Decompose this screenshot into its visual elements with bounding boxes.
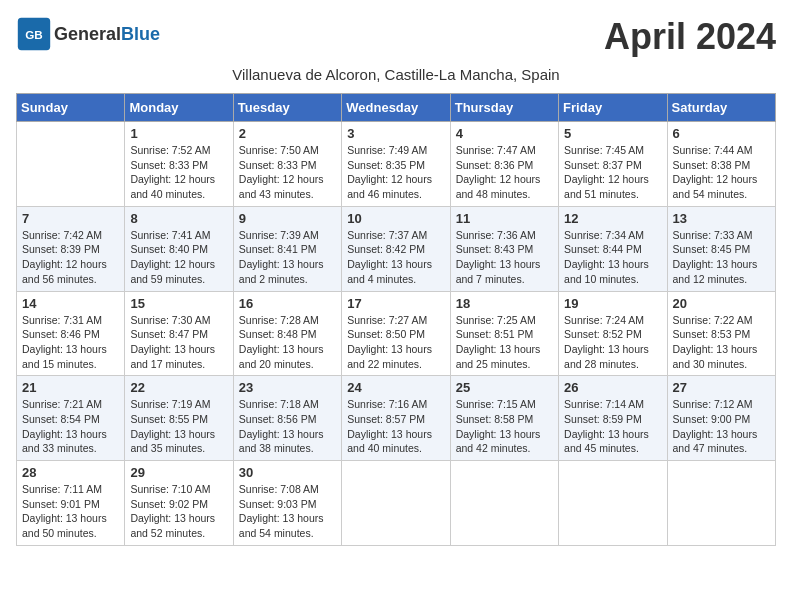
day-info: Sunrise: 7:16 AMSunset: 8:57 PMDaylight:…: [347, 397, 444, 456]
weekday-header-tuesday: Tuesday: [233, 94, 341, 122]
calendar-cell: 21Sunrise: 7:21 AMSunset: 8:54 PMDayligh…: [17, 376, 125, 461]
day-number: 11: [456, 211, 553, 226]
day-info: Sunrise: 7:44 AMSunset: 8:38 PMDaylight:…: [673, 143, 770, 202]
weekday-header-monday: Monday: [125, 94, 233, 122]
calendar-cell: 27Sunrise: 7:12 AMSunset: 9:00 PMDayligh…: [667, 376, 775, 461]
day-info: Sunrise: 7:30 AMSunset: 8:47 PMDaylight:…: [130, 313, 227, 372]
calendar-cell: 15Sunrise: 7:30 AMSunset: 8:47 PMDayligh…: [125, 291, 233, 376]
calendar-cell: 1Sunrise: 7:52 AMSunset: 8:33 PMDaylight…: [125, 122, 233, 207]
day-info: Sunrise: 7:08 AMSunset: 9:03 PMDaylight:…: [239, 482, 336, 541]
calendar-cell: 3Sunrise: 7:49 AMSunset: 8:35 PMDaylight…: [342, 122, 450, 207]
day-number: 15: [130, 296, 227, 311]
logo: GB General Blue: [16, 16, 160, 52]
day-number: 1: [130, 126, 227, 141]
day-info: Sunrise: 7:42 AMSunset: 8:39 PMDaylight:…: [22, 228, 119, 287]
day-info: Sunrise: 7:10 AMSunset: 9:02 PMDaylight:…: [130, 482, 227, 541]
day-info: Sunrise: 7:21 AMSunset: 8:54 PMDaylight:…: [22, 397, 119, 456]
day-number: 6: [673, 126, 770, 141]
calendar-cell: 12Sunrise: 7:34 AMSunset: 8:44 PMDayligh…: [559, 206, 667, 291]
day-number: 12: [564, 211, 661, 226]
calendar-cell: 5Sunrise: 7:45 AMSunset: 8:37 PMDaylight…: [559, 122, 667, 207]
day-number: 9: [239, 211, 336, 226]
day-info: Sunrise: 7:15 AMSunset: 8:58 PMDaylight:…: [456, 397, 553, 456]
calendar-cell: 13Sunrise: 7:33 AMSunset: 8:45 PMDayligh…: [667, 206, 775, 291]
calendar-cell: [17, 122, 125, 207]
day-number: 3: [347, 126, 444, 141]
day-info: Sunrise: 7:36 AMSunset: 8:43 PMDaylight:…: [456, 228, 553, 287]
calendar-cell: 16Sunrise: 7:28 AMSunset: 8:48 PMDayligh…: [233, 291, 341, 376]
day-info: Sunrise: 7:47 AMSunset: 8:36 PMDaylight:…: [456, 143, 553, 202]
day-info: Sunrise: 7:52 AMSunset: 8:33 PMDaylight:…: [130, 143, 227, 202]
day-number: 22: [130, 380, 227, 395]
day-info: Sunrise: 7:12 AMSunset: 9:00 PMDaylight:…: [673, 397, 770, 456]
calendar-cell: 7Sunrise: 7:42 AMSunset: 8:39 PMDaylight…: [17, 206, 125, 291]
calendar-cell: 30Sunrise: 7:08 AMSunset: 9:03 PMDayligh…: [233, 461, 341, 546]
day-number: 7: [22, 211, 119, 226]
calendar-cell: 20Sunrise: 7:22 AMSunset: 8:53 PMDayligh…: [667, 291, 775, 376]
day-number: 30: [239, 465, 336, 480]
day-info: Sunrise: 7:24 AMSunset: 8:52 PMDaylight:…: [564, 313, 661, 372]
day-info: Sunrise: 7:19 AMSunset: 8:55 PMDaylight:…: [130, 397, 227, 456]
day-number: 20: [673, 296, 770, 311]
logo-icon: GB: [16, 16, 52, 52]
calendar-cell: 11Sunrise: 7:36 AMSunset: 8:43 PMDayligh…: [450, 206, 558, 291]
calendar-cell: 18Sunrise: 7:25 AMSunset: 8:51 PMDayligh…: [450, 291, 558, 376]
day-info: Sunrise: 7:22 AMSunset: 8:53 PMDaylight:…: [673, 313, 770, 372]
day-info: Sunrise: 7:18 AMSunset: 8:56 PMDaylight:…: [239, 397, 336, 456]
day-number: 28: [22, 465, 119, 480]
logo-blue-text: Blue: [121, 24, 160, 45]
day-number: 18: [456, 296, 553, 311]
calendar-cell: 19Sunrise: 7:24 AMSunset: 8:52 PMDayligh…: [559, 291, 667, 376]
calendar-cell: 10Sunrise: 7:37 AMSunset: 8:42 PMDayligh…: [342, 206, 450, 291]
day-number: 23: [239, 380, 336, 395]
day-info: Sunrise: 7:37 AMSunset: 8:42 PMDaylight:…: [347, 228, 444, 287]
calendar-cell: 23Sunrise: 7:18 AMSunset: 8:56 PMDayligh…: [233, 376, 341, 461]
day-info: Sunrise: 7:45 AMSunset: 8:37 PMDaylight:…: [564, 143, 661, 202]
calendar-cell: 26Sunrise: 7:14 AMSunset: 8:59 PMDayligh…: [559, 376, 667, 461]
day-number: 27: [673, 380, 770, 395]
day-info: Sunrise: 7:31 AMSunset: 8:46 PMDaylight:…: [22, 313, 119, 372]
day-info: Sunrise: 7:28 AMSunset: 8:48 PMDaylight:…: [239, 313, 336, 372]
weekday-header-thursday: Thursday: [450, 94, 558, 122]
day-info: Sunrise: 7:27 AMSunset: 8:50 PMDaylight:…: [347, 313, 444, 372]
day-number: 13: [673, 211, 770, 226]
calendar-cell: [450, 461, 558, 546]
day-info: Sunrise: 7:33 AMSunset: 8:45 PMDaylight:…: [673, 228, 770, 287]
location-title: Villanueva de Alcoron, Castille-La Manch…: [16, 66, 776, 83]
day-info: Sunrise: 7:11 AMSunset: 9:01 PMDaylight:…: [22, 482, 119, 541]
weekday-header-wednesday: Wednesday: [342, 94, 450, 122]
day-number: 29: [130, 465, 227, 480]
day-number: 4: [456, 126, 553, 141]
weekday-header-sunday: Sunday: [17, 94, 125, 122]
calendar-cell: 17Sunrise: 7:27 AMSunset: 8:50 PMDayligh…: [342, 291, 450, 376]
day-info: Sunrise: 7:50 AMSunset: 8:33 PMDaylight:…: [239, 143, 336, 202]
logo-general-text: General: [54, 24, 121, 45]
day-info: Sunrise: 7:14 AMSunset: 8:59 PMDaylight:…: [564, 397, 661, 456]
day-number: 25: [456, 380, 553, 395]
calendar-cell: 22Sunrise: 7:19 AMSunset: 8:55 PMDayligh…: [125, 376, 233, 461]
calendar-cell: [667, 461, 775, 546]
day-number: 17: [347, 296, 444, 311]
day-number: 8: [130, 211, 227, 226]
weekday-header-saturday: Saturday: [667, 94, 775, 122]
day-number: 26: [564, 380, 661, 395]
calendar-cell: 6Sunrise: 7:44 AMSunset: 8:38 PMDaylight…: [667, 122, 775, 207]
calendar-cell: 24Sunrise: 7:16 AMSunset: 8:57 PMDayligh…: [342, 376, 450, 461]
day-number: 24: [347, 380, 444, 395]
day-number: 2: [239, 126, 336, 141]
day-number: 19: [564, 296, 661, 311]
day-info: Sunrise: 7:34 AMSunset: 8:44 PMDaylight:…: [564, 228, 661, 287]
calendar-cell: 8Sunrise: 7:41 AMSunset: 8:40 PMDaylight…: [125, 206, 233, 291]
svg-text:GB: GB: [25, 28, 43, 41]
calendar-cell: 28Sunrise: 7:11 AMSunset: 9:01 PMDayligh…: [17, 461, 125, 546]
calendar-table: SundayMondayTuesdayWednesdayThursdayFrid…: [16, 93, 776, 546]
calendar-cell: 25Sunrise: 7:15 AMSunset: 8:58 PMDayligh…: [450, 376, 558, 461]
day-info: Sunrise: 7:39 AMSunset: 8:41 PMDaylight:…: [239, 228, 336, 287]
calendar-cell: 9Sunrise: 7:39 AMSunset: 8:41 PMDaylight…: [233, 206, 341, 291]
day-number: 21: [22, 380, 119, 395]
day-number: 14: [22, 296, 119, 311]
calendar-cell: 2Sunrise: 7:50 AMSunset: 8:33 PMDaylight…: [233, 122, 341, 207]
weekday-header-friday: Friday: [559, 94, 667, 122]
calendar-cell: 4Sunrise: 7:47 AMSunset: 8:36 PMDaylight…: [450, 122, 558, 207]
calendar-cell: [559, 461, 667, 546]
